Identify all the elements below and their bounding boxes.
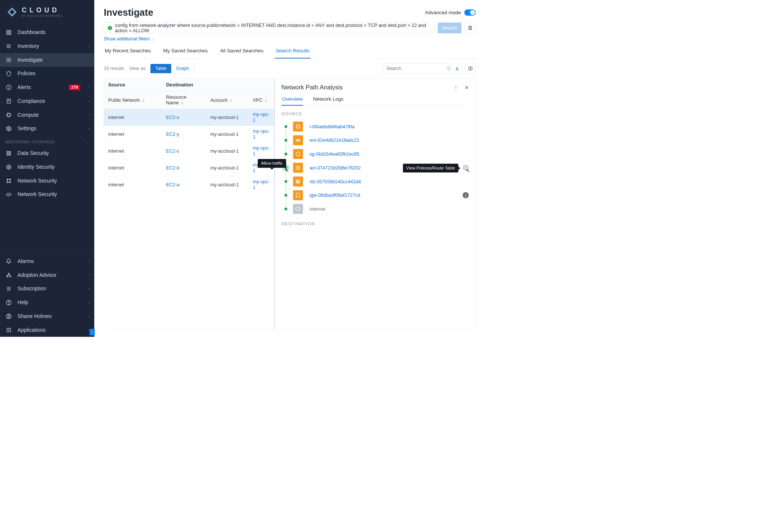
instance-icon xyxy=(293,122,303,132)
svg-point-68 xyxy=(447,67,450,69)
sidebar-item-label: Investigate xyxy=(18,57,43,63)
svg-rect-66 xyxy=(469,26,471,27)
tab-search-results[interactable]: Search Results xyxy=(275,48,310,58)
svg-line-48 xyxy=(7,274,8,275)
destination-section-label: DESTINATION xyxy=(281,221,469,226)
dashboards-icon xyxy=(5,29,12,36)
sidebar-item-alerts[interactable]: Alerts 279 › xyxy=(0,80,94,94)
applications-icon xyxy=(5,327,12,334)
hop-label: internet xyxy=(310,206,325,212)
chevron-right-icon: › xyxy=(88,328,89,332)
sidebar-item-settings[interactable]: Settings › xyxy=(0,122,94,136)
igw-icon xyxy=(293,190,303,201)
sidebar-item-network-security[interactable]: Network Security xyxy=(0,174,94,188)
sidebar-item-applications[interactable]: Applications › xyxy=(0,323,94,337)
subscription-icon xyxy=(5,285,12,292)
hop-link[interactable]: igw-08dbadf09af1727cd xyxy=(310,193,360,198)
hop-link[interactable]: rtb-0575590240cc442d4 xyxy=(310,179,361,184)
panel-tab-network-logs[interactable]: Network Logs xyxy=(313,96,344,105)
search-button[interactable]: Search xyxy=(438,22,461,33)
sidebar-item-label: Network Security xyxy=(18,192,57,198)
cell-vpc[interactable]: my-vpc-1 xyxy=(249,143,274,159)
sidebar-item-adoption-advisor[interactable]: Adoption Advisor › xyxy=(0,268,94,282)
collapse-sidebar-button[interactable]: ‹ xyxy=(89,329,95,336)
chevron-right-icon: › xyxy=(88,85,89,89)
results-table: Source Destination Public Network⇅ Resou… xyxy=(104,79,274,330)
columns-button[interactable] xyxy=(465,63,476,74)
hop-instance: i-0f4aebd846ab478fa xyxy=(281,120,469,134)
cell-vpc[interactable]: my-vpc-1 xyxy=(249,109,274,126)
sidebar-item-network-security-code[interactable]: Network Security xyxy=(0,188,94,202)
panel-tab-overview[interactable]: Overview xyxy=(281,96,303,106)
query-input[interactable]: ✓ config from network-analyzer where sou… xyxy=(104,22,434,33)
col-account[interactable]: Account⇅ xyxy=(206,91,249,109)
col-resource-name[interactable]: Resource Name⇅ xyxy=(162,91,206,109)
cell-resource[interactable]: EC2-c xyxy=(162,143,206,159)
advanced-mode-toggle[interactable] xyxy=(464,9,475,15)
table-row[interactable]: internet EC2-b my-accloud-1 my-vpc-1 xyxy=(104,159,274,176)
chevron-right-icon: › xyxy=(88,314,89,318)
alerts-icon xyxy=(5,84,12,91)
svg-rect-72 xyxy=(471,67,472,70)
sidebar-item-compute[interactable]: Compute › xyxy=(0,108,94,122)
view-toggle-graph[interactable]: Graph xyxy=(171,64,194,73)
svg-point-84 xyxy=(298,140,298,140)
sidebar-item-label: Inventory xyxy=(18,43,39,49)
svg-line-49 xyxy=(9,274,10,275)
sidebar-item-label: Help xyxy=(18,299,28,305)
query-text: config from network-analyzer where sourc… xyxy=(115,22,431,33)
tab-my-recent-searches[interactable]: My Recent Searches xyxy=(104,48,152,58)
hop-link[interactable]: sg-0bd2b4ea83fb1ec65 xyxy=(310,151,359,157)
table-row[interactable]: internet EC2-a my-accloud-1 my-vpc-1 xyxy=(104,176,274,193)
path-node-icon xyxy=(285,139,288,142)
sidebar-item-help[interactable]: Help › xyxy=(0,296,94,309)
sidebar-item-user[interactable]: Shane Holmes › xyxy=(0,309,94,323)
view-toggle-table[interactable]: Table xyxy=(150,64,171,73)
sidebar-item-compliance[interactable]: Compliance › xyxy=(0,94,94,108)
sidebar-item-identity-security[interactable]: Identity Security xyxy=(0,160,94,174)
sidebar-item-inventory[interactable]: Inventory › xyxy=(0,39,94,53)
cell-resource[interactable]: EC2-x xyxy=(162,109,206,126)
col-public-network[interactable]: Public Network⇅ xyxy=(104,91,162,109)
svg-point-31 xyxy=(8,166,10,168)
table-row[interactable]: internet EC2-c my-accloud-1 my-vpc-1 xyxy=(104,143,274,159)
table-search-input[interactable] xyxy=(386,66,446,71)
sidebar-item-subscription[interactable]: Subscription › xyxy=(0,282,94,296)
download-button[interactable] xyxy=(452,63,462,74)
cell-resource[interactable]: EC2-b xyxy=(162,159,206,176)
sidebar-item-alarms[interactable]: Alarms › xyxy=(0,254,94,268)
table-search-field[interactable] xyxy=(383,63,449,74)
code-icon xyxy=(5,191,12,198)
sidebar-item-policies[interactable]: Policies xyxy=(0,67,94,81)
sidebar-item-dashboards[interactable]: Dashboards xyxy=(0,25,94,39)
cell-resource[interactable]: EC2-y xyxy=(162,126,206,143)
table-row[interactable]: internet EC2-y my-accloud-1 my-vpc-1 xyxy=(104,126,274,143)
inventory-icon xyxy=(5,43,12,50)
additional-coverage-header[interactable]: ADDITIONAL COVERAGE ⌄ xyxy=(0,135,94,146)
sidebar-item-investigate[interactable]: Investigate xyxy=(0,53,94,67)
svg-point-38 xyxy=(7,182,8,183)
svg-point-56 xyxy=(8,315,10,317)
svg-point-36 xyxy=(7,179,8,180)
cell-vpc[interactable]: my-vpc-1 xyxy=(249,126,274,143)
cell-resource[interactable]: EC2-a xyxy=(162,176,206,193)
cell-vpc[interactable]: my-vpc-1 xyxy=(249,176,274,193)
panel-menu-button[interactable]: ⋮ xyxy=(453,85,459,91)
table-row[interactable]: internet EC2-x my-accloud-1 my-vpc-1 xyxy=(104,109,274,126)
tab-my-saved-searches[interactable]: My Saved Searches xyxy=(162,48,209,58)
hop-link[interactable]: eni-02e4d622e18adc21 xyxy=(310,138,359,143)
panel-close-button[interactable]: ✕ xyxy=(465,85,469,91)
sidebar-item-data-security[interactable]: Data Security xyxy=(0,146,94,160)
alarms-icon xyxy=(5,258,12,265)
sidebar-item-label: Data Security xyxy=(18,150,49,156)
hop-info-button[interactable]: i xyxy=(463,192,469,198)
security-group-icon xyxy=(293,149,303,159)
save-query-button[interactable] xyxy=(465,22,476,33)
hop-info-button[interactable]: i xyxy=(463,165,469,171)
show-additional-filters-link[interactable]: Show additional filters ⌄ xyxy=(94,33,485,42)
path-node-icon xyxy=(285,194,288,197)
hop-link[interactable]: i-0f4aebd846ab478fa xyxy=(310,124,355,129)
tab-all-saved-searches[interactable]: All Saved Searches xyxy=(219,48,264,58)
hop-link[interactable]: acl-074723d2fd6e76202 xyxy=(310,165,361,171)
col-vpc[interactable]: VPC⇅ xyxy=(249,91,274,109)
